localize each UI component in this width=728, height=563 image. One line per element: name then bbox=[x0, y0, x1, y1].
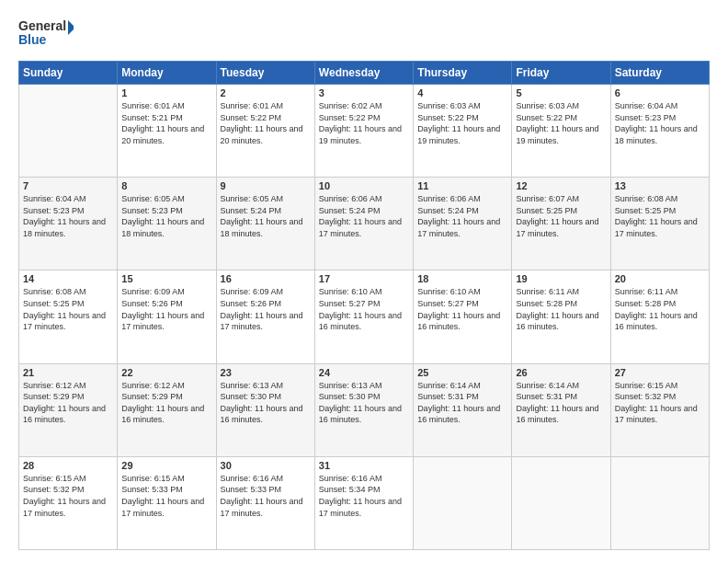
calendar-cell: 15Sunrise: 6:09 AMSunset: 5:26 PMDayligh… bbox=[118, 270, 216, 363]
weekday-header-thursday: Thursday bbox=[414, 62, 512, 85]
weekday-header-sunday: Sunday bbox=[19, 62, 118, 85]
day-number: 4 bbox=[417, 87, 507, 98]
day-number: 23 bbox=[221, 367, 311, 378]
calendar-cell: 17Sunrise: 6:10 AMSunset: 5:27 PMDayligh… bbox=[314, 270, 413, 363]
cell-info: Sunrise: 6:10 AMSunset: 5:27 PMDaylight:… bbox=[319, 287, 402, 331]
calendar-cell: 19Sunrise: 6:11 AMSunset: 5:28 PMDayligh… bbox=[512, 270, 610, 363]
calendar-cell: 10Sunrise: 6:06 AMSunset: 5:24 PMDayligh… bbox=[314, 178, 413, 270]
cell-info: Sunrise: 6:01 AMSunset: 5:21 PMDaylight:… bbox=[121, 101, 204, 145]
calendar-cell: 21Sunrise: 6:12 AMSunset: 5:29 PMDayligh… bbox=[19, 363, 118, 456]
weekday-header-friday: Friday bbox=[512, 62, 610, 85]
calendar-cell: 3Sunrise: 6:02 AMSunset: 5:22 PMDaylight… bbox=[314, 85, 413, 178]
calendar-cell bbox=[512, 456, 610, 549]
day-number: 15 bbox=[121, 273, 211, 284]
cell-info: Sunrise: 6:04 AMSunset: 5:23 PMDaylight:… bbox=[23, 194, 106, 238]
logo-svg: General Blue bbox=[18, 17, 74, 52]
calendar-table: SundayMondayTuesdayWednesdayThursdayFrid… bbox=[18, 61, 710, 550]
day-number: 25 bbox=[417, 367, 507, 378]
day-number: 31 bbox=[319, 460, 409, 471]
cell-info: Sunrise: 6:11 AMSunset: 5:28 PMDaylight:… bbox=[615, 287, 698, 331]
calendar-cell: 7Sunrise: 6:04 AMSunset: 5:23 PMDaylight… bbox=[19, 178, 118, 270]
day-number: 13 bbox=[615, 180, 705, 191]
day-number: 27 bbox=[615, 367, 705, 378]
calendar-cell: 6Sunrise: 6:04 AMSunset: 5:23 PMDaylight… bbox=[610, 85, 709, 178]
calendar-week-1: 1Sunrise: 6:01 AMSunset: 5:21 PMDaylight… bbox=[19, 85, 710, 178]
calendar-cell: 23Sunrise: 6:13 AMSunset: 5:30 PMDayligh… bbox=[216, 363, 314, 456]
calendar-cell: 12Sunrise: 6:07 AMSunset: 5:25 PMDayligh… bbox=[512, 178, 610, 270]
day-number: 10 bbox=[319, 180, 409, 191]
weekday-header-row: SundayMondayTuesdayWednesdayThursdayFrid… bbox=[19, 62, 710, 85]
day-number: 19 bbox=[516, 273, 606, 284]
cell-info: Sunrise: 6:16 AMSunset: 5:34 PMDaylight:… bbox=[319, 474, 402, 518]
weekday-header-saturday: Saturday bbox=[610, 62, 709, 85]
calendar-cell: 1Sunrise: 6:01 AMSunset: 5:21 PMDaylight… bbox=[118, 85, 216, 178]
calendar-cell: 26Sunrise: 6:14 AMSunset: 5:31 PMDayligh… bbox=[512, 363, 610, 456]
day-number: 11 bbox=[417, 180, 507, 191]
calendar-cell: 5Sunrise: 6:03 AMSunset: 5:22 PMDaylight… bbox=[512, 85, 610, 178]
cell-info: Sunrise: 6:15 AMSunset: 5:32 PMDaylight:… bbox=[615, 381, 698, 425]
calendar-cell bbox=[610, 456, 709, 549]
calendar-cell: 9Sunrise: 6:05 AMSunset: 5:24 PMDaylight… bbox=[216, 178, 314, 270]
day-number: 9 bbox=[221, 180, 311, 191]
calendar-week-5: 28Sunrise: 6:15 AMSunset: 5:32 PMDayligh… bbox=[19, 456, 710, 549]
weekday-header-monday: Monday bbox=[118, 62, 216, 85]
cell-info: Sunrise: 6:13 AMSunset: 5:30 PMDaylight:… bbox=[221, 381, 303, 425]
cell-info: Sunrise: 6:03 AMSunset: 5:22 PMDaylight:… bbox=[516, 101, 598, 145]
cell-info: Sunrise: 6:06 AMSunset: 5:24 PMDaylight:… bbox=[417, 194, 500, 238]
calendar-cell: 18Sunrise: 6:10 AMSunset: 5:27 PMDayligh… bbox=[414, 270, 512, 363]
cell-info: Sunrise: 6:12 AMSunset: 5:29 PMDaylight:… bbox=[23, 381, 106, 425]
day-number: 30 bbox=[221, 460, 311, 471]
day-number: 28 bbox=[23, 460, 113, 471]
day-number: 18 bbox=[417, 273, 507, 284]
calendar-cell: 8Sunrise: 6:05 AMSunset: 5:23 PMDaylight… bbox=[118, 178, 216, 270]
cell-info: Sunrise: 6:09 AMSunset: 5:26 PMDaylight:… bbox=[121, 287, 204, 331]
calendar-cell: 11Sunrise: 6:06 AMSunset: 5:24 PMDayligh… bbox=[414, 178, 512, 270]
day-number: 20 bbox=[615, 273, 705, 284]
cell-info: Sunrise: 6:15 AMSunset: 5:32 PMDaylight:… bbox=[23, 474, 106, 518]
calendar-cell: 13Sunrise: 6:08 AMSunset: 5:25 PMDayligh… bbox=[610, 178, 709, 270]
cell-info: Sunrise: 6:16 AMSunset: 5:33 PMDaylight:… bbox=[221, 474, 303, 518]
logo: General Blue bbox=[18, 17, 74, 52]
weekday-header-wednesday: Wednesday bbox=[314, 62, 413, 85]
calendar-cell: 16Sunrise: 6:09 AMSunset: 5:26 PMDayligh… bbox=[216, 270, 314, 363]
calendar-cell: 29Sunrise: 6:15 AMSunset: 5:33 PMDayligh… bbox=[118, 456, 216, 549]
calendar-cell: 20Sunrise: 6:11 AMSunset: 5:28 PMDayligh… bbox=[610, 270, 709, 363]
day-number: 2 bbox=[221, 87, 311, 98]
calendar-cell: 27Sunrise: 6:15 AMSunset: 5:32 PMDayligh… bbox=[610, 363, 709, 456]
calendar-cell bbox=[19, 85, 118, 178]
calendar-cell: 31Sunrise: 6:16 AMSunset: 5:34 PMDayligh… bbox=[314, 456, 413, 549]
page: General Blue SundayMondayTuesdayWednesda… bbox=[0, 0, 728, 563]
day-number: 22 bbox=[121, 367, 211, 378]
cell-info: Sunrise: 6:10 AMSunset: 5:27 PMDaylight:… bbox=[417, 287, 500, 331]
cell-info: Sunrise: 6:14 AMSunset: 5:31 PMDaylight:… bbox=[516, 381, 598, 425]
cell-info: Sunrise: 6:07 AMSunset: 5:25 PMDaylight:… bbox=[516, 194, 598, 238]
cell-info: Sunrise: 6:03 AMSunset: 5:22 PMDaylight:… bbox=[417, 101, 500, 145]
day-number: 6 bbox=[615, 87, 705, 98]
calendar-cell: 25Sunrise: 6:14 AMSunset: 5:31 PMDayligh… bbox=[414, 363, 512, 456]
cell-info: Sunrise: 6:01 AMSunset: 5:22 PMDaylight:… bbox=[221, 101, 303, 145]
cell-info: Sunrise: 6:08 AMSunset: 5:25 PMDaylight:… bbox=[23, 287, 106, 331]
cell-info: Sunrise: 6:13 AMSunset: 5:30 PMDaylight:… bbox=[319, 381, 402, 425]
cell-info: Sunrise: 6:04 AMSunset: 5:23 PMDaylight:… bbox=[615, 101, 698, 145]
day-number: 21 bbox=[23, 367, 113, 378]
calendar-week-2: 7Sunrise: 6:04 AMSunset: 5:23 PMDaylight… bbox=[19, 178, 710, 270]
calendar-cell: 24Sunrise: 6:13 AMSunset: 5:30 PMDayligh… bbox=[314, 363, 413, 456]
cell-info: Sunrise: 6:15 AMSunset: 5:33 PMDaylight:… bbox=[121, 474, 204, 518]
day-number: 5 bbox=[516, 87, 606, 98]
calendar-cell: 28Sunrise: 6:15 AMSunset: 5:32 PMDayligh… bbox=[19, 456, 118, 549]
weekday-header-tuesday: Tuesday bbox=[216, 62, 314, 85]
cell-info: Sunrise: 6:05 AMSunset: 5:24 PMDaylight:… bbox=[221, 194, 303, 238]
svg-marker-2 bbox=[68, 20, 74, 35]
day-number: 17 bbox=[319, 273, 409, 284]
day-number: 7 bbox=[23, 180, 113, 191]
calendar-week-4: 21Sunrise: 6:12 AMSunset: 5:29 PMDayligh… bbox=[19, 363, 710, 456]
day-number: 1 bbox=[121, 87, 211, 98]
calendar-cell: 14Sunrise: 6:08 AMSunset: 5:25 PMDayligh… bbox=[19, 270, 118, 363]
day-number: 3 bbox=[319, 87, 409, 98]
day-number: 29 bbox=[121, 460, 211, 471]
day-number: 16 bbox=[221, 273, 311, 284]
calendar-week-3: 14Sunrise: 6:08 AMSunset: 5:25 PMDayligh… bbox=[19, 270, 710, 363]
cell-info: Sunrise: 6:12 AMSunset: 5:29 PMDaylight:… bbox=[121, 381, 204, 425]
cell-info: Sunrise: 6:11 AMSunset: 5:28 PMDaylight:… bbox=[516, 287, 598, 331]
cell-info: Sunrise: 6:06 AMSunset: 5:24 PMDaylight:… bbox=[319, 194, 402, 238]
